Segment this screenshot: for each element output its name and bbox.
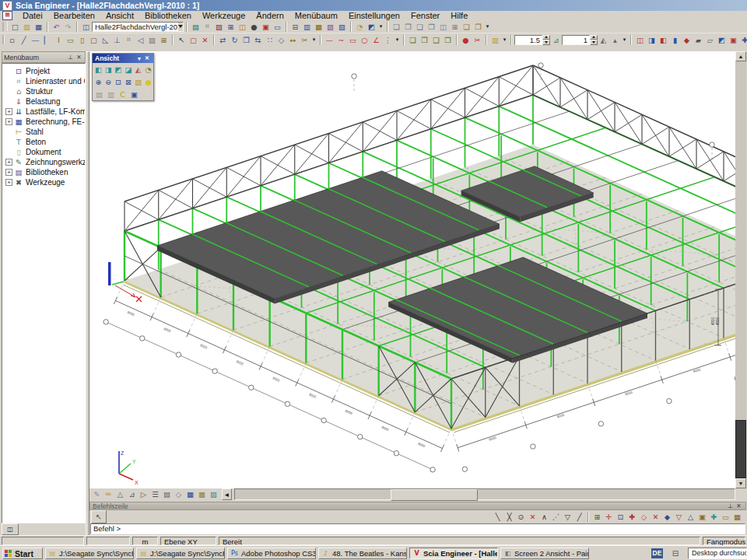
menu-item-werkzeuge[interactable]: Werkzeuge <box>197 11 251 20</box>
picture-icon[interactable]: ▨ <box>337 22 348 32</box>
arrange-4-icon[interactable]: ❒ <box>426 22 437 32</box>
tree-item-stahl[interactable]: ⊢Stahl <box>2 127 85 137</box>
bolt-icon[interactable]: ▰ <box>693 35 704 45</box>
trim-icon[interactable]: ✂ <box>300 35 310 45</box>
save-icon[interactable]: ▦ <box>33 22 44 32</box>
line-icon[interactable]: — <box>324 35 335 45</box>
dropdown-arrow[interactable]: ▾ <box>311 35 317 45</box>
line-grid-icon[interactable]: ⌗ <box>202 22 213 32</box>
task-photoshop[interactable]: PsAdobe Photoshop CS3 E... <box>227 548 316 559</box>
stretch-icon[interactable]: ↔ <box>288 35 299 45</box>
results-display-icon[interactable]: ▨ <box>209 489 219 499</box>
scroll-down-icon[interactable]: ▼ <box>735 478 746 488</box>
snap-peak-icon[interactable]: ∧ <box>539 512 550 522</box>
view-z-icon[interactable]: ◩ <box>114 65 123 75</box>
snap-ortho-icon[interactable]: △ <box>686 512 696 522</box>
snap-diag-icon[interactable]: ╱ <box>574 512 585 522</box>
menu-item-hilfe[interactable]: Hilfe <box>445 11 473 20</box>
tree-item-berechnung[interactable]: +▦Berechnung, FE-Netz <box>2 117 85 127</box>
snap-tri-icon[interactable]: ▽ <box>563 512 573 522</box>
tree-item-zeichnungswerkzeuge[interactable]: +✎Zeichnungswerkzeuge <box>2 157 85 167</box>
view-x-icon[interactable]: ◧ <box>94 65 103 75</box>
gallery-icon[interactable]: ▧ <box>325 22 336 32</box>
angle-icon[interactable]: ∠ <box>371 35 382 45</box>
desktop-search-input[interactable]: Desktop durchsuchen <box>688 548 747 559</box>
print-preview-icon[interactable]: ▥ <box>302 22 313 32</box>
menu-item-ndern[interactable]: Ändern <box>251 11 289 20</box>
material-icon[interactable]: ● <box>249 22 260 32</box>
connection-icon[interactable]: ◆ <box>682 35 693 45</box>
unselect-icon[interactable]: ✕ <box>200 35 211 45</box>
load-case-icon[interactable]: ▨ <box>214 22 225 32</box>
view-y-icon[interactable]: ◨ <box>103 65 113 75</box>
expand-icon[interactable]: + <box>5 179 12 186</box>
start-button[interactable]: Start <box>2 548 43 559</box>
panel-icon[interactable]: ▨ <box>147 35 158 45</box>
printer-icon[interactable]: ⊟ <box>670 549 681 558</box>
polyline-icon[interactable]: ~ <box>336 35 347 45</box>
pin-icon[interactable]: ⊥ <box>66 54 75 61</box>
befehlszeile-header[interactable]: Befehlszeile ⊥ ✕ <box>89 502 746 510</box>
dropdown-arrow[interactable]: ▾ <box>395 35 401 45</box>
copy-count-value[interactable]: 1 <box>562 35 590 45</box>
snap-grid-icon[interactable]: ⊞ <box>592 512 603 522</box>
tree-item-dokument[interactable]: ▯Dokument <box>2 147 85 157</box>
menu-item-fenster[interactable]: Fenster <box>405 11 445 20</box>
status-cell-snap-mode[interactable]: Fangmodus <box>703 537 745 545</box>
activity-icon[interactable]: ▭ <box>272 22 283 32</box>
expand-icon[interactable]: + <box>5 108 12 115</box>
render-mode-icon[interactable]: ✏ <box>103 489 114 499</box>
clip-box-icon[interactable]: ▧ <box>134 77 143 87</box>
copy-icon[interactable]: ❐ <box>241 35 252 45</box>
spin-down[interactable] <box>542 40 550 45</box>
snap-center-icon[interactable]: ◆ <box>662 512 673 522</box>
command-input[interactable]: Befehl > <box>90 523 745 534</box>
new-icon[interactable]: □ <box>10 22 21 32</box>
toolbar-grip[interactable] <box>2 22 8 31</box>
scroll-left-icon[interactable]: ◂ <box>222 488 232 500</box>
scrollbar-thumb[interactable] <box>735 420 746 478</box>
arrange-2-icon[interactable]: ❐ <box>403 22 414 32</box>
snap-intersect-icon[interactable]: ✕ <box>651 512 661 522</box>
model-canvas[interactable]: 9000900090009000900090009000900090009000… <box>89 51 735 488</box>
menu-item-bearbeiten[interactable]: Bearbeiten <box>48 11 100 20</box>
select-cursor-icon[interactable]: ↖ <box>177 35 188 45</box>
light-icon[interactable]: ● <box>144 77 153 87</box>
wire-mode-icon[interactable]: ✎ <box>92 489 103 499</box>
lock-view-icon[interactable]: ▴ <box>610 35 621 45</box>
tree-item-lastfaelle[interactable]: +⇊Lastfälle, LF-Kombinationen <box>2 107 85 117</box>
uls-check-icon[interactable]: ◨ <box>647 35 658 45</box>
viewport-2-icon[interactable]: ❐ <box>419 35 430 45</box>
snap-cross-icon[interactable]: ╳ <box>504 512 515 522</box>
copy-count-spinner[interactable]: 1 <box>562 35 598 45</box>
menu-item-einstellungen[interactable]: Einstellungen <box>343 11 405 20</box>
arrange-1-icon[interactable]: ❏ <box>391 22 402 32</box>
redo-icon[interactable]: ↷ <box>63 22 74 32</box>
spin-down[interactable] <box>590 40 598 45</box>
undo-icon[interactable]: ↶ <box>51 22 62 32</box>
move-icon[interactable]: ⇄ <box>218 35 229 45</box>
snap-midpoint-icon[interactable]: ✚ <box>627 512 638 522</box>
wireframe-icon[interactable]: C <box>117 89 128 100</box>
expand-icon[interactable]: + <box>5 169 12 176</box>
rib-icon[interactable]: ⊥ <box>112 35 123 45</box>
member-icon[interactable]: ╱ <box>19 35 30 45</box>
layer-icon[interactable]: ▥ <box>490 35 501 45</box>
grid-icon[interactable]: ⌗ <box>124 35 135 45</box>
surface-icon[interactable]: △ <box>115 489 126 499</box>
beam-icon[interactable]: ― <box>30 35 41 45</box>
arrange-7-icon[interactable]: ❏ <box>461 22 472 32</box>
mdi-document-icon[interactable]: ▦ <box>2 11 12 20</box>
ansicht-toolbar-header[interactable]: Ansicht ▼ ✕ <box>93 54 153 63</box>
dropdown-arrow[interactable]: ▾ <box>502 35 508 45</box>
mdi-window-icon[interactable]: ◫ <box>81 22 92 32</box>
tree-item-projekt[interactable]: ⊡Projekt <box>2 66 85 76</box>
tree-item-beton[interactable]: TBeton <box>2 137 85 147</box>
view-axo-icon[interactable]: ◪ <box>124 65 133 75</box>
model-data-icon[interactable]: ▦ <box>185 489 196 499</box>
viewport-4-icon[interactable]: ❒ <box>443 35 454 45</box>
vertical-scrollbar[interactable]: ▲ ▼ <box>735 51 746 488</box>
chevron-down-icon[interactable]: ▼ <box>135 56 143 61</box>
task-scia-engineer[interactable]: VScia Engineer - [Halle... <box>409 548 498 559</box>
zoom-out-icon[interactable]: ⊖ <box>103 77 113 87</box>
